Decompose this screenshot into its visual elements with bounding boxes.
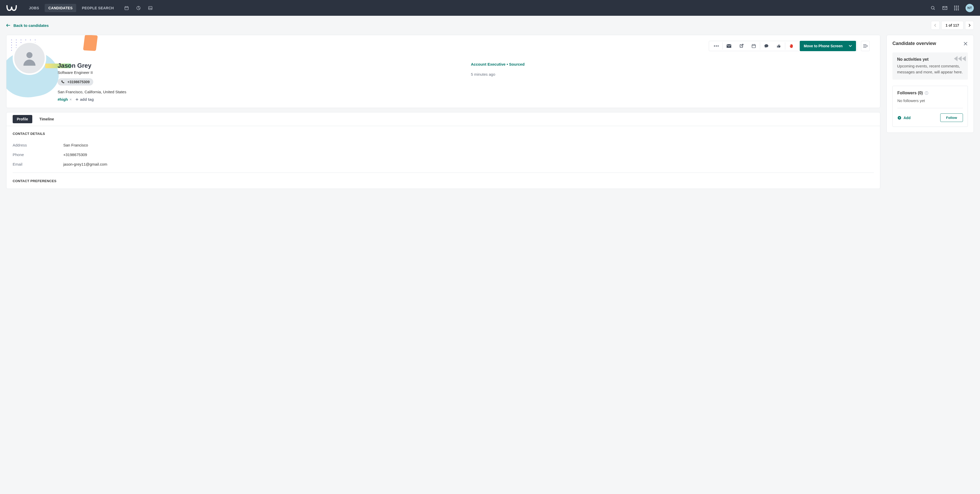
plus-circle-icon [897,116,902,120]
calendar-icon [751,44,756,48]
phone-label: Phone [13,153,59,157]
chevron-left-icon [934,24,937,27]
svg-rect-12 [956,8,957,8]
svg-point-27 [26,52,32,58]
profile-card: Profile Timeline CONTACT DETAILS Address… [6,112,880,189]
move-stage-button[interactable]: Move to Phone Screen [800,41,856,51]
activities-title: No activities yet [897,57,963,62]
address-label: Address [13,143,59,147]
contact-row-address: Address San Francisco [13,140,874,150]
candidate-avatar [13,41,46,75]
followers-body: No followers yet [897,99,963,108]
followers-title: Followers (0) [897,91,923,96]
decoration [954,56,966,61]
candidate-time-ago: 5 minutes ago [471,72,874,76]
panel-title: Candidate overview [892,41,936,46]
search-icon[interactable] [931,5,935,11]
svg-rect-14 [954,9,955,10]
chevron-right-icon [968,24,971,27]
contact-row-phone: Phone +3198675309 [13,150,874,159]
svg-point-6 [931,6,934,9]
top-nav: JOBS CANDIDATES PEOPLE SEARCH NT [0,0,980,16]
email-value: jason-grey11@gmail.com [63,162,107,166]
candidate-name: Jason Grey [57,62,461,69]
messages-icon[interactable] [942,6,947,10]
hand-stop-icon [789,44,794,48]
contact-details-heading: CONTACT DETAILS [13,132,874,135]
nav-item-jobs[interactable]: JOBS [25,4,43,12]
phone-pill[interactable]: +3198675309 [57,78,93,86]
app-logo[interactable] [6,3,17,13]
candidate-hero-card: • • • • • •• • • • • •• • • • • •• • • •… [6,35,880,108]
panel-toggle-icon [863,44,868,48]
workable-logo-icon [6,4,17,12]
back-to-candidates-link[interactable]: Back to candidates [6,23,49,28]
phone-value: +3198675309 [67,80,90,84]
svg-rect-8 [954,6,955,7]
svg-point-18 [716,45,717,46]
speech-bubble-icon [764,44,769,48]
image-icon[interactable] [148,6,153,10]
contact-preferences-heading: CONTACT PREFERENCES [13,179,874,183]
svg-rect-15 [956,9,957,10]
disqualify-button[interactable] [785,41,798,51]
svg-rect-10 [958,6,959,7]
chevron-down-icon [849,45,852,47]
tab-profile[interactable]: Profile [13,115,32,123]
candidate-stage[interactable]: Account Executive • Sourced [471,62,874,66]
export-button[interactable] [735,41,748,51]
apps-icon[interactable] [954,6,959,10]
svg-rect-11 [954,8,955,8]
reports-icon[interactable] [136,6,141,10]
decoration [83,35,98,51]
svg-rect-13 [958,8,959,8]
add-follower-label: Add [904,116,910,120]
tab-timeline[interactable]: Timeline [40,117,54,121]
comment-button[interactable] [760,41,773,51]
thumbs-icon [776,44,781,48]
nav-item-candidates[interactable]: CANDIDATES [45,4,76,12]
pager-prev-button[interactable] [931,21,940,30]
svg-point-17 [714,45,715,46]
follow-button[interactable]: Follow [940,113,963,122]
subheader: Back to candidates 1 of 117 [0,16,980,35]
candidate-overview-panel: Candidate overview No activities yet Upc… [886,35,974,133]
followers-box: Followers (0) No followers yet Add Follo… [892,86,968,127]
tag-remove-button[interactable]: × [70,97,72,102]
evaluate-button[interactable] [773,41,785,51]
ellipsis-icon [714,45,719,47]
calendar-icon[interactable] [124,6,129,10]
collapse-sidebar-button[interactable] [861,41,870,51]
tag-label: #high [57,97,68,102]
user-avatar[interactable]: NT [966,4,974,12]
svg-rect-16 [958,9,959,10]
pager-next-button[interactable] [965,21,974,30]
phone-icon [61,80,65,84]
info-icon[interactable] [924,91,929,95]
plus-icon [75,98,78,101]
phone-value: +3198675309 [63,153,87,157]
add-tag-button[interactable]: add tag [75,97,94,102]
pager: 1 of 117 [931,21,974,30]
address-value: San Francisco [63,143,88,147]
more-actions-button[interactable] [710,41,722,51]
close-icon [963,41,968,46]
external-link-icon [739,44,744,48]
svg-rect-9 [956,6,957,7]
add-follower-button[interactable]: Add [897,116,910,120]
arrow-left-icon [6,24,10,27]
email-label: Email [13,162,59,166]
svg-rect-20 [752,45,756,48]
tabs-row: Profile Timeline [6,112,880,126]
pager-count: 1 of 117 [941,21,964,30]
candidate-title: Software Engineer II [57,70,461,75]
svg-point-19 [718,45,719,46]
tag-high[interactable]: #high × [57,97,72,102]
schedule-button[interactable] [748,41,760,51]
activities-box: No activities yet Upcoming events, recen… [892,53,968,80]
nav-item-people-search[interactable]: PEOPLE SEARCH [78,4,118,12]
svg-rect-0 [125,6,128,10]
person-icon [21,49,38,67]
close-panel-button[interactable] [963,41,968,46]
send-email-button[interactable] [723,41,735,51]
